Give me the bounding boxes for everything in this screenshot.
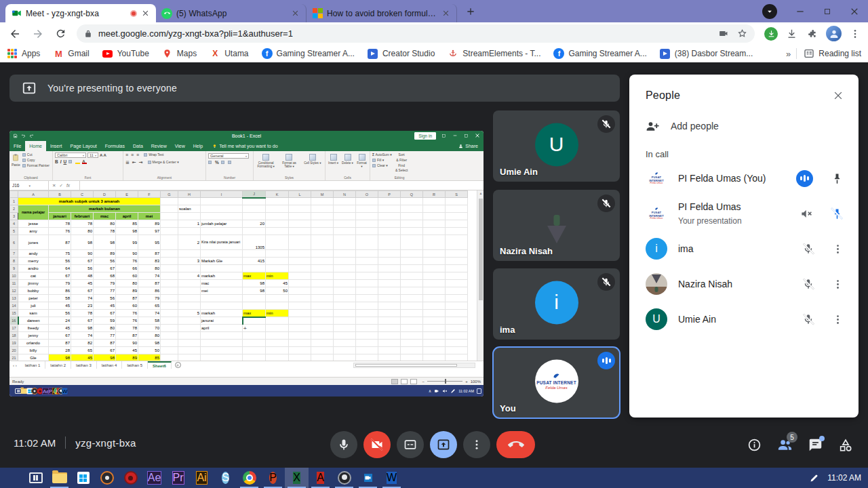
row-header[interactable]: 14 — [10, 302, 18, 310]
row-header[interactable]: 20 — [10, 347, 18, 354]
mic-off-icon[interactable] — [802, 313, 814, 325]
sheet-tab[interactable]: latihan 4 — [97, 361, 123, 369]
row-header[interactable]: 5 — [10, 228, 18, 235]
taskbar-acrobat-button[interactable]: A — [309, 468, 332, 488]
present-button[interactable] — [430, 431, 457, 458]
more-options-icon[interactable] — [832, 243, 844, 255]
column-header[interactable]: R — [423, 191, 446, 198]
forward-button[interactable] — [28, 24, 47, 43]
media-controls-icon[interactable] — [762, 4, 777, 19]
minimize-button[interactable] — [787, 0, 814, 22]
excel-ribbon-tab[interactable]: Page Layout — [66, 142, 100, 150]
participant-row[interactable]: PUSAT INTERNETFelda Umas PI Felda Umas (… — [629, 161, 859, 196]
address-bar[interactable]: meet.google.com/yzg-xngt-bxa?pli=1&authu… — [77, 24, 755, 43]
taskbar-ppt-button[interactable]: P — [261, 468, 285, 488]
bookmark-item[interactable]: Maps — [162, 48, 197, 59]
excel-ribbon-tab[interactable]: Help — [189, 142, 207, 150]
taskbar-chrome-button[interactable] — [237, 468, 261, 488]
idm-extension-icon[interactable] — [764, 27, 778, 41]
more-options-button[interactable] — [463, 431, 490, 458]
taskbar-clock[interactable]: 11:02 AM — [827, 473, 861, 483]
row-header[interactable]: 19 — [10, 340, 18, 347]
browser-tab[interactable]: Meet - yzg-xngt-bxa — [5, 4, 156, 22]
mic-off-icon[interactable] — [802, 278, 814, 290]
number-format-select[interactable]: General▾ — [208, 153, 249, 159]
select-all-corner[interactable] — [10, 191, 18, 198]
end-call-button[interactable] — [496, 431, 535, 458]
row-header[interactable]: 2 — [10, 205, 18, 213]
row-header[interactable]: 18 — [10, 332, 18, 340]
column-header[interactable]: L — [289, 191, 311, 198]
column-header[interactable]: N — [334, 191, 356, 198]
bookmark-item[interactable]: M Gmail — [53, 48, 89, 59]
taskbar-explorer-button[interactable] — [47, 468, 71, 488]
microphone-button[interactable] — [330, 431, 357, 458]
new-sheet-icon[interactable] — [175, 362, 181, 368]
row-header[interactable]: 3 — [10, 213, 18, 220]
bookmark-item[interactable]: (38) Dasbor Stream... — [660, 48, 753, 59]
paste-button[interactable]: Paste — [12, 153, 20, 168]
row-header[interactable]: 13 — [10, 295, 18, 302]
people-panel-close-icon[interactable] — [833, 90, 844, 101]
reading-list-label[interactable]: Reading list — [818, 49, 861, 58]
column-header[interactable]: G — [161, 191, 178, 198]
extensions-puzzle-icon[interactable] — [805, 26, 820, 41]
participant-tile[interactable]: Nazira Nisah — [493, 190, 620, 261]
font-size-select[interactable]: 11▾ — [87, 152, 98, 158]
windows-ink-pen-icon[interactable] — [809, 473, 819, 483]
browser-tab[interactable]: How to avoid broken formulas - — [307, 4, 457, 22]
excel-ribbon-tab[interactable]: Formulas — [101, 142, 129, 150]
tab-close-icon[interactable] — [290, 8, 300, 19]
taskbar-taskview-button[interactable] — [24, 468, 47, 488]
captions-button[interactable] — [397, 431, 424, 458]
column-header[interactable]: C — [71, 191, 94, 198]
participant-row[interactable]: Nazira Nisah — [629, 266, 859, 302]
column-header[interactable]: B — [49, 191, 71, 198]
column-header[interactable]: A — [18, 191, 49, 198]
participant-row[interactable]: PUSAT INTERNETFelda Umas PI Felda Umas Y… — [629, 196, 859, 231]
styles-button[interactable]: Cell Styles ▾ — [302, 154, 323, 165]
excel-ribbon-tab[interactable]: View — [171, 142, 189, 150]
taskbar-photos-button[interactable] — [356, 468, 380, 488]
column-header[interactable]: E — [116, 191, 138, 198]
more-options-icon[interactable] — [832, 279, 844, 290]
bookmark-item[interactable]: f Gaming Streamer A... — [553, 48, 646, 59]
column-header[interactable]: M — [311, 191, 334, 198]
column-header[interactable]: Q — [401, 191, 423, 198]
new-tab-button[interactable] — [461, 2, 480, 21]
excel-formula-input[interactable] — [80, 181, 484, 190]
row-header[interactable]: 10 — [10, 272, 18, 280]
column-header[interactable]: O — [356, 191, 378, 198]
cells-button[interactable]: Format ▾ — [356, 154, 368, 168]
excel-zoom-control[interactable]: −+100% — [422, 380, 481, 384]
people-icon[interactable]: 5 — [777, 437, 793, 453]
back-button[interactable] — [5, 24, 24, 43]
taskbar-start-button[interactable] — [0, 468, 24, 488]
column-header[interactable]: P — [378, 191, 401, 198]
sheet-tab[interactable]: Sheet6 — [148, 361, 172, 369]
excel-view-buttons[interactable] — [391, 379, 417, 384]
taskbar-disc2-button[interactable] — [119, 468, 142, 488]
row-header[interactable]: 4 — [10, 220, 18, 228]
excel-share-button[interactable]: Share — [458, 144, 478, 148]
taskbar-word-button[interactable]: W — [380, 468, 403, 488]
excel-ribbon-tab[interactable]: File — [9, 142, 25, 150]
excel-sign-in-button[interactable]: Sign in — [414, 132, 436, 140]
taskbar-obs-button[interactable] — [332, 468, 356, 488]
excel-ribbon-tab[interactable]: Data — [129, 142, 147, 150]
participant-tile[interactable]: U Umie Ain — [493, 110, 620, 182]
row-header[interactable]: 9 — [10, 265, 18, 272]
taskbar-ae-button[interactable]: Ae — [142, 468, 166, 488]
excel-vertical-scrollbar[interactable]: ▲▼ — [477, 190, 484, 369]
participant-row[interactable]: i ima — [629, 231, 859, 266]
bookmarks-overflow-icon[interactable]: » — [786, 49, 789, 59]
participant-tile[interactable]: PUSAT INTERNETFelda Umas You — [493, 347, 620, 418]
participant-tile[interactable]: i ima — [493, 268, 620, 340]
column-header[interactable]: I — [201, 191, 243, 198]
bookmark-item[interactable]: StreamElements - T... — [448, 48, 540, 59]
row-header[interactable]: 11 — [10, 280, 18, 287]
column-header[interactable]: J — [243, 191, 266, 198]
sheet-tab[interactable]: latihan 1 — [20, 361, 46, 369]
row-header[interactable]: 1 — [10, 198, 18, 205]
bookmark-item[interactable]: X Utama — [210, 48, 248, 59]
